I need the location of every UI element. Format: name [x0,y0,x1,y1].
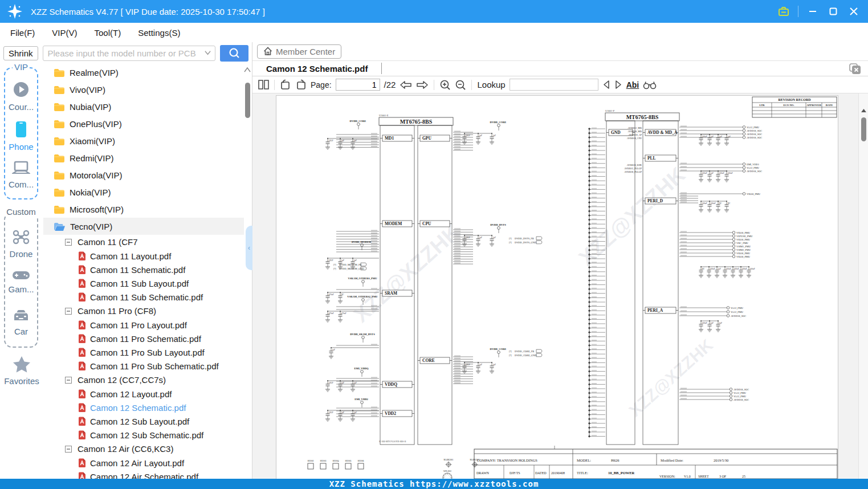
tree-folder-vivo[interactable]: Vivo(VIP) [43,81,244,98]
find-next-icon[interactable] [614,80,622,89]
folder-icon [54,68,65,78]
lookup-input[interactable] [510,79,598,91]
tree-folder-xiaomi[interactable]: Xiaomi(VIP) [43,132,244,149]
tree-file[interactable]: Camon 11 Pro Schematic.pdf [43,332,244,345]
svg-text:PLL: PLL [647,156,656,161]
menu-item-tool[interactable]: Tool(T) [95,28,121,38]
tree-file[interactable]: Camon 11 Pro Layout.pdf [43,318,244,332]
tree-folder-redmi[interactable]: Redmi(VIP) [43,149,244,166]
search-button[interactable] [220,45,248,62]
tree-scroll-up-icon[interactable] [244,67,251,72]
svg-text:NC: NC [702,268,706,270]
rail-item-label: Com... [5,180,37,189]
chevron-down-icon[interactable] [205,50,211,56]
find-prev-icon[interactable] [602,80,610,89]
phone-icon [15,121,27,138]
tree-folder-nokia[interactable]: Nokia(VIP) [43,184,244,201]
tree-file-label: Camon 11 Sub Layout.pdf [90,279,189,288]
svg-text:1uF: 1uF [711,322,714,324]
tree-folder-motorola[interactable]: Motorola(VIP) [43,166,244,184]
prev-page-icon[interactable] [400,80,412,89]
svg-text:AVDD18_SOC: AVDD18_SOC [733,398,749,401]
pdf-scrollbar[interactable] [858,93,868,479]
svg-text:470nF: 470nF [329,294,334,296]
svg-text:22UF: 22UF [466,237,470,239]
drone-icon [12,229,30,245]
tree-file[interactable]: Camon 12 Schematic.pdf [43,401,244,414]
collapse-icon[interactable] [65,308,72,315]
pdf-page[interactable]: XZZ@XZZHKXZZ@XZZHKXZZ@XZZHKU3001-EMT6765… [276,96,838,479]
tree-file[interactable]: Camon 12 Layout.pdf [43,387,244,401]
rotate-left-icon[interactable] [280,79,291,90]
tree-file[interactable]: Camon 12 Sub Layout.pdf [43,414,244,428]
svg-text:MT6765-8BS: MT6765-8BS [400,119,433,125]
tree-file-label: Camon 12 Layout.pdf [90,389,172,399]
tree-file[interactable]: Camon 12 Sub Schematic.pdf [43,428,244,442]
svg-text:AVDD18_SOC: AVDD18_SOC [747,136,762,139]
menu-item-vip[interactable]: VIP(V) [52,28,77,38]
collapse-icon[interactable] [65,377,72,384]
rail-item-laptop[interactable]: Com... [5,161,37,189]
svg-text:V1.0: V1.0 [684,475,691,478]
svg-text:1uF: 1uF [711,136,714,138]
collapse-icon[interactable] [65,239,72,246]
panel-collapse-handle[interactable]: ‹ [246,226,252,270]
rail-item-car[interactable]: Car [5,309,37,336]
pdf-canvas[interactable]: XZZ@XZZHKXZZ@XZZHKXZZ@XZZHKU3001-EMT6765… [252,93,868,479]
tree-file[interactable]: Camon 11 Sub Schematic.pdf [43,290,244,304]
tree-scrollbar-thumb[interactable] [245,83,250,118]
two-page-view-icon[interactable] [258,80,269,89]
svg-text:1uF: 1uF [479,237,483,239]
menu-item-file[interactable]: File(F) [10,28,35,38]
tree-group[interactable]: Camon 12 (CC7,CC7s) [43,373,244,387]
tab-camon12-schematic[interactable]: Camon 12 Schematic.pdf [252,61,381,76]
svg-text:DVDD_CORE_GND: DVDD_CORE_GND [515,354,536,357]
tree-group[interactable]: Camon 11 Pro (CF8) [43,304,244,318]
tree-folder-microsoft[interactable]: Microsoft(VIP) [43,201,244,218]
tree-folder-oneplus[interactable]: OnePlus(VIP) [43,115,244,132]
tree-file[interactable]: Camon 11 Pro Sub Layout.pdf [43,345,244,359]
tree-file[interactable]: Camon 12 Air Layout.pdf [43,456,244,470]
tree-folder-nubia[interactable]: Nubia(VIP) [43,98,244,115]
minimize-button[interactable] [804,4,821,19]
collapse-icon[interactable] [65,446,72,453]
tree-file[interactable]: Camon 11 Layout.pdf [43,249,244,263]
zoom-in-icon[interactable] [439,79,451,91]
binoculars-icon[interactable] [643,80,657,89]
shrink-button[interactable]: Shrink [3,46,38,60]
rail-item-gamepad[interactable]: Gam... [5,270,37,294]
close-tab-icon[interactable] [849,63,861,77]
zoom-out-icon[interactable] [455,79,466,91]
maximize-button[interactable] [825,4,842,19]
tree-file[interactable]: Camon 12 Air Schematic.pdf [43,470,244,479]
match-case-toggle[interactable]: Abi [626,80,639,89]
svg-text:100nF: 100nF [702,322,707,324]
license-briefcase-icon[interactable] [775,4,792,19]
close-button[interactable] [845,4,862,19]
tree-file[interactable]: Camon 11 Sub Layout.pdf [43,276,244,290]
svg-text:GND: GND [611,130,621,135]
tree-folder-label: Tecno(VIP) [70,222,112,231]
svg-text:AVDD18_SOC: AVDD18_SOC [747,133,762,136]
member-center-button[interactable]: Member Center [257,44,341,59]
tree-file[interactable]: Camon 11 Pro Sub Schematic.pdf [43,359,244,373]
pdf-scrollbar-thumb[interactable] [861,117,866,141]
model-search-input[interactable] [43,46,215,61]
rail-item-drone[interactable]: Drone [5,229,37,259]
rail-item-play-circle[interactable]: Cour... [5,81,37,112]
menu-item-settings[interactable]: Settings(S) [138,28,180,38]
rail-item-phone[interactable]: Phone [5,121,37,152]
tree-group[interactable]: Camon 12 Air (CC6,KC3) [43,442,244,456]
rotate-right-icon[interactable] [295,79,307,90]
page-number-input[interactable] [336,79,380,91]
page-total: /22 [384,80,396,89]
tree-group[interactable]: Camon 11 (CF7 [43,235,244,249]
tree-folder-tecno[interactable]: Tecno(VIP) [43,218,244,235]
favorites-button[interactable]: Favorites [0,356,43,386]
pdf-scroll-up-icon[interactable] [861,108,867,113]
svg-text:DVDD_DVFS: DVDD_DVFS [490,223,506,226]
tree-file-label: Camon 12 Sub Schematic.pdf [90,430,203,440]
tree-folder-realme[interactable]: Realme(VIP) [43,64,244,81]
tree-file[interactable]: Camon 11 Schematic.pdf [43,263,244,276]
next-page-icon[interactable] [416,80,429,89]
